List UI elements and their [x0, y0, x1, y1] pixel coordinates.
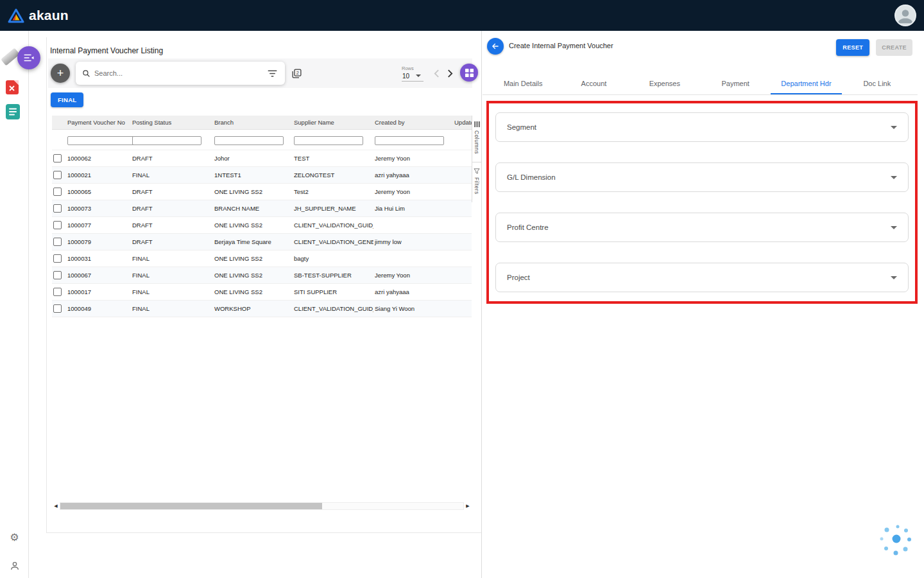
row-checkbox[interactable]: [53, 204, 62, 213]
table-row[interactable]: 1000062 DRAFT Johor TEST Jeremy Yoon: [52, 150, 472, 167]
header-branch[interactable]: Branch: [213, 116, 293, 130]
table-row[interactable]: 1000067 FINAL ONE LIVING SS2 SB-TEST-SUP…: [52, 267, 472, 284]
brand: akaun: [8, 8, 69, 23]
table-side-tabs: Columns Filters: [472, 116, 481, 202]
add-voucher-button[interactable]: +: [51, 64, 70, 83]
scrollbar-track[interactable]: [60, 502, 464, 510]
cell-updated: [453, 150, 472, 167]
grid-view-button[interactable]: [460, 64, 478, 82]
columns-side-tab[interactable]: Columns: [472, 116, 481, 162]
project-dropdown[interactable]: Project: [495, 263, 909, 292]
cell-branch: ONE LIVING SS2: [213, 217, 293, 234]
prev-page-button[interactable]: [432, 67, 441, 80]
table-row[interactable]: 1000021 FINAL 1NTEST1 ZELONGTEST azri ya…: [52, 167, 472, 184]
row-checkbox[interactable]: [53, 288, 62, 296]
table-row[interactable]: 1000077 DRAFT ONE LIVING SS2 CLIENT_VALI…: [52, 217, 472, 234]
tab-account[interactable]: Account: [558, 72, 629, 94]
cell-voucher-no: 1000031: [66, 250, 131, 267]
row-checkbox[interactable]: [53, 188, 62, 196]
profile-icon[interactable]: [10, 561, 20, 573]
row-checkbox[interactable]: [53, 254, 62, 263]
row-checkbox[interactable]: [53, 221, 62, 229]
checkbox-cell: [52, 250, 66, 267]
next-page-button[interactable]: [446, 67, 454, 80]
checkbox-cell: [52, 267, 66, 284]
filter-input-branch[interactable]: [214, 136, 284, 145]
pdf-export-icon[interactable]: [6, 80, 19, 96]
cell-branch: ONE LIVING SS2: [213, 250, 293, 267]
header-posting-status[interactable]: Posting Status: [131, 116, 213, 130]
cell-updated: [453, 184, 472, 200]
table-row[interactable]: 1000031 FINAL ONE LIVING SS2 bagty: [52, 250, 472, 267]
pagination: [432, 67, 454, 80]
settings-gear-icon[interactable]: ⚙: [10, 532, 19, 543]
gl-dimension-dropdown[interactable]: G/L Dimension: [495, 162, 909, 192]
back-button[interactable]: [487, 38, 504, 55]
tab-expenses[interactable]: Expenses: [629, 72, 700, 94]
table-row[interactable]: 1000049 FINAL WORKSHOP CLIENT_VALIDATION…: [52, 301, 472, 317]
checkbox-cell: [52, 150, 66, 167]
scroll-left-arrow[interactable]: ◀: [52, 504, 60, 509]
create-panel-title: Create Internal Payment Voucher: [509, 42, 613, 49]
table-row[interactable]: 1000065 DRAFT ONE LIVING SS2 Test2 Jerem…: [52, 184, 472, 200]
filters-side-tab[interactable]: Filters: [472, 162, 481, 202]
cell-supplier-name: bagty: [293, 250, 373, 267]
tab-department-hdr[interactable]: Department Hdr: [771, 72, 841, 94]
table-row[interactable]: 1000079 DRAFT Berjaya Time Square CLIENT…: [52, 234, 472, 250]
cell-voucher-no: 1000017: [66, 284, 131, 301]
segment-dropdown[interactable]: Segment: [495, 112, 909, 142]
cell-posting-status: FINAL: [131, 284, 213, 301]
cell-created-by: azri yahyaaa: [373, 167, 453, 184]
cell-supplier-name: CLIENT_VALIDATION_GUID_DO...: [293, 217, 373, 234]
row-checkbox[interactable]: [53, 238, 62, 246]
app-root: akaun: [0, 0, 924, 578]
tab-main-details[interactable]: Main Details: [488, 72, 558, 94]
cell-voucher-no: 1000021: [66, 167, 131, 184]
header-supplier-name[interactable]: Supplier Name: [293, 116, 373, 130]
cell-voucher-no: 1000049: [66, 301, 131, 317]
filter-input-posting-status[interactable]: [132, 136, 201, 145]
filters-tab-label: Filters: [474, 177, 480, 195]
list-icon[interactable]: [6, 104, 20, 121]
horizontal-scrollbar: ◀ ▶: [52, 501, 472, 511]
filter-input-created-by[interactable]: [375, 136, 444, 145]
search-icon: [82, 69, 90, 78]
checkbox-cell: [52, 217, 66, 234]
filter-input-supplier-name[interactable]: [294, 136, 363, 145]
cell-branch: BRANCH NAME: [213, 200, 293, 217]
scroll-right-arrow[interactable]: ▶: [464, 504, 472, 509]
header-actions: RESET CREATE: [836, 39, 912, 56]
header-voucher-no[interactable]: Payment Voucher No: [66, 116, 131, 130]
reset-button[interactable]: RESET: [836, 39, 869, 56]
cell-updated: [453, 200, 472, 217]
table-row[interactable]: 1000073 DRAFT BRANCH NAME JH_SUPPLIER_NA…: [52, 200, 472, 217]
brand-name: akaun: [29, 8, 69, 23]
rows-per-page-select[interactable]: Rows 10: [402, 66, 424, 82]
profit-centre-dropdown[interactable]: Profit Centre: [495, 213, 909, 242]
cell-voucher-no: 1000067: [66, 267, 131, 284]
menu-toggle-button[interactable]: [17, 46, 40, 69]
user-avatar[interactable]: [894, 4, 916, 26]
search-input[interactable]: [94, 69, 262, 77]
saved-filter-icon[interactable]: 2: [290, 67, 304, 80]
table-row[interactable]: 1000017 FINAL ONE LIVING SS2 SITI SUPPLI…: [52, 284, 472, 301]
row-checkbox[interactable]: [53, 271, 62, 279]
final-status-chip[interactable]: FINAL: [51, 92, 83, 107]
scrollbar-thumb[interactable]: [60, 503, 322, 509]
row-checkbox[interactable]: [53, 171, 62, 179]
cell-updated: [453, 250, 472, 267]
filter-input-voucher-no[interactable]: [67, 136, 137, 145]
cell-posting-status: DRAFT: [131, 234, 213, 250]
row-checkbox[interactable]: [53, 154, 62, 162]
cell-branch: Berjaya Time Square: [213, 234, 293, 250]
cell-supplier-name: CLIENT_VALIDATION_GENERAL: [293, 234, 373, 250]
header-updated[interactable]: Updated: [453, 116, 472, 130]
tab-doc-link[interactable]: Doc Link: [842, 72, 912, 94]
row-checkbox[interactable]: [53, 304, 62, 313]
create-button[interactable]: CREATE: [876, 39, 912, 56]
chevron-down-icon: [891, 126, 897, 129]
header-created-by[interactable]: Created by: [373, 116, 453, 130]
tab-payment[interactable]: Payment: [700, 72, 771, 94]
cell-supplier-name: SITI SUPPLIER: [293, 284, 373, 301]
filter-list-icon[interactable]: [266, 68, 278, 79]
